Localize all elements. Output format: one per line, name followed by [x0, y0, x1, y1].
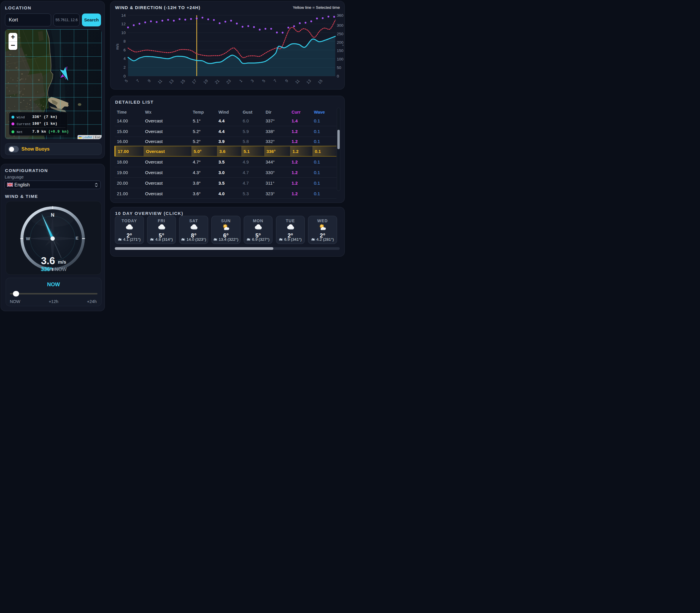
svg-text:°: °	[342, 44, 343, 48]
svg-text:13: 13	[306, 79, 312, 85]
svg-text:12: 12	[121, 22, 126, 26]
svg-text:5: 5	[261, 79, 266, 83]
svg-text:21: 21	[214, 79, 220, 85]
svg-text:W: W	[26, 236, 30, 241]
svg-text:300: 300	[337, 23, 343, 28]
svg-text:250: 250	[337, 32, 343, 36]
svg-text:5: 5	[124, 79, 129, 83]
svg-text:m/s: m/s	[115, 43, 119, 50]
svg-text:NOW: NOW	[55, 266, 67, 272]
svg-text:100: 100	[337, 57, 343, 61]
svg-text:2: 2	[123, 65, 126, 69]
svg-text:13: 13	[168, 79, 174, 85]
svg-text:336°: 336°	[41, 266, 52, 272]
svg-text:15: 15	[180, 79, 186, 85]
svg-text:3: 3	[250, 79, 255, 83]
svg-text:11: 11	[157, 79, 163, 85]
svg-text:50: 50	[337, 65, 341, 70]
svg-text:9: 9	[147, 79, 152, 83]
svg-text:8: 8	[123, 39, 126, 43]
svg-text:4: 4	[123, 56, 126, 61]
svg-text:9: 9	[284, 79, 289, 83]
svg-text:m/s: m/s	[58, 259, 66, 264]
svg-text:14: 14	[121, 13, 126, 17]
svg-text:1: 1	[238, 79, 243, 83]
svg-text:N: N	[51, 212, 54, 218]
svg-text:0: 0	[337, 74, 339, 78]
svg-text:0: 0	[123, 74, 126, 78]
svg-text:360: 360	[337, 13, 343, 17]
svg-text:15: 15	[317, 79, 323, 85]
svg-text:6: 6	[123, 48, 126, 52]
svg-text:7: 7	[273, 79, 277, 83]
svg-text:17: 17	[191, 79, 197, 85]
svg-text:150: 150	[337, 49, 343, 53]
svg-text:11: 11	[295, 79, 301, 85]
svg-text:E: E	[76, 235, 78, 240]
svg-text:19: 19	[203, 79, 209, 85]
svg-text:10: 10	[121, 30, 126, 35]
svg-text:23: 23	[225, 79, 232, 85]
svg-text:3.6: 3.6	[41, 255, 55, 266]
svg-text:7: 7	[135, 79, 140, 83]
